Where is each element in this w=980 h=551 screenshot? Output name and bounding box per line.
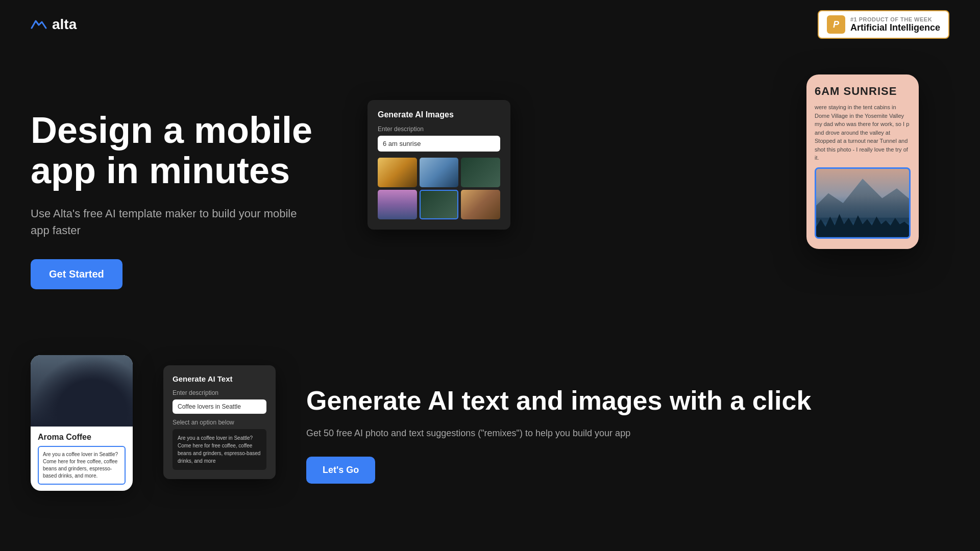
alta-logo-icon <box>31 19 47 30</box>
coffee-phone-mockup: Aroma Coffee Are you a coffee lover in S… <box>31 355 133 491</box>
navbar: alta P #1 Product of the Week Artificial… <box>0 0 980 49</box>
ai-image-thumb-2[interactable] <box>420 158 459 187</box>
ai-text-dialog: Generate AI Text Enter description Selec… <box>163 365 276 479</box>
ai-image-thumb-4[interactable] <box>378 190 417 219</box>
second-copy: Generate AI text and images with a click… <box>306 355 949 484</box>
ai-image-description-label: Enter description <box>378 126 500 133</box>
product-badge-rank: #1 Product of the Week <box>850 16 940 22</box>
coffee-image <box>31 355 133 427</box>
lets-go-button[interactable]: Let's Go <box>306 457 375 484</box>
svg-point-6 <box>64 393 79 409</box>
ai-image-thumb-1[interactable] <box>378 158 417 187</box>
coffee-card-title: Aroma Coffee <box>38 433 126 442</box>
svg-rect-3 <box>816 222 909 237</box>
ai-text-description-input[interactable] <box>173 399 266 414</box>
ai-image-thumb-3[interactable] <box>461 158 500 187</box>
phone-mockup-image <box>815 167 911 239</box>
phone-mockup-text: were staying in the tent cabins in Dome … <box>815 103 911 162</box>
second-subtext: Get 50 free AI photo and text suggestion… <box>306 427 949 440</box>
second-section: Aroma Coffee Are you a coffee lover in S… <box>0 335 980 532</box>
get-started-button[interactable]: Get Started <box>31 259 122 289</box>
ai-image-dialog: Generate AI Images Enter description <box>368 100 510 230</box>
hero-section: Design a mobile app in minutes Use Alta'… <box>0 49 980 335</box>
coffee-card-text-box: Are you a coffee lover in Seattle? Come … <box>38 446 126 485</box>
hero-subtext: Use Alta's free AI template maker to bui… <box>31 205 316 239</box>
svg-point-5 <box>31 396 133 427</box>
hero-right: Generate AI Images Enter description 6AM… <box>357 80 949 294</box>
svg-rect-2 <box>816 217 909 237</box>
svg-rect-8 <box>66 398 77 411</box>
ai-image-thumb-5[interactable] <box>420 190 459 219</box>
logo-area: alta <box>31 16 77 33</box>
ai-image-dialog-title: Generate AI Images <box>378 110 500 119</box>
hero-heading: Design a mobile app in minutes <box>31 110 316 191</box>
second-heading: Generate AI text and images with a click <box>306 386 949 416</box>
logo-text: alta <box>52 16 77 33</box>
ai-text-select-label: Select an option below <box>173 419 266 426</box>
product-badge-content: #1 Product of the Week Artificial Intell… <box>850 16 940 33</box>
hero-left: Design a mobile app in minutes Use Alta'… <box>31 80 316 289</box>
product-badge-title: Artificial Intelligence <box>850 22 940 33</box>
coffee-card-body: Aroma Coffee Are you a coffee lover in S… <box>31 427 133 491</box>
ai-image-description-input[interactable] <box>378 136 500 152</box>
svg-rect-9 <box>87 401 97 414</box>
product-badge-icon: P <box>827 15 845 34</box>
ai-text-output: Are you a coffee lover in Seattle? Come … <box>173 429 266 470</box>
ai-image-thumb-6[interactable] <box>461 190 500 219</box>
ai-image-grid <box>378 158 500 219</box>
product-badge[interactable]: P #1 Product of the Week Artificial Inte… <box>818 10 949 39</box>
svg-rect-4 <box>31 355 133 427</box>
ai-text-dialog-title: Generate AI Text <box>173 374 266 383</box>
ai-text-description-label: Enter description <box>173 389 266 396</box>
svg-point-7 <box>84 396 100 411</box>
phone-mockup: 6AM SUNRISE were staying in the tent cab… <box>806 74 919 249</box>
phone-mockup-title: 6AM SUNRISE <box>815 85 911 98</box>
